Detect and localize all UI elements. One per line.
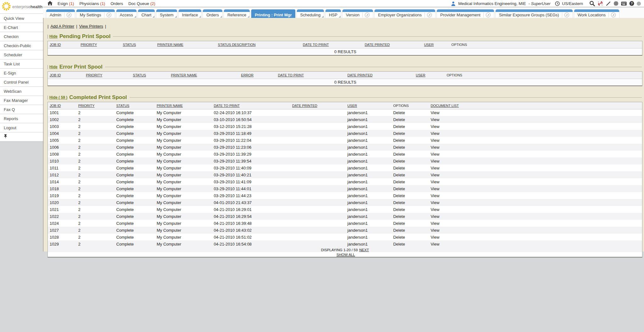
top-nav-link-orders[interactable]: Orders <box>110 1 123 6</box>
cell-options[interactable]: Delete <box>391 220 429 227</box>
tab-admin[interactable]: Admin↗ <box>46 9 75 18</box>
column-header-label[interactable]: PRIORITY <box>80 43 97 47</box>
column-header-label[interactable]: JOB ID <box>50 104 61 108</box>
column-header-label[interactable]: DATE PRINTED <box>347 73 373 77</box>
cell-document[interactable]: View <box>429 123 642 130</box>
cell-options[interactable]: Delete <box>391 227 429 234</box>
column-header-label[interactable]: ERROR <box>241 73 254 77</box>
external-link-icon[interactable]: ↗ <box>107 13 111 17</box>
cell-options[interactable]: Delete <box>391 164 429 171</box>
hide-error-spool-link[interactable]: Hide <box>49 65 58 69</box>
column-header-label[interactable]: PRINTER NAME <box>171 73 197 77</box>
top-nav-link-doc-queue[interactable]: Doc Queue(2) <box>128 1 155 6</box>
cell-document[interactable]: View <box>429 206 642 213</box>
column-header-label[interactable]: USER <box>424 43 434 47</box>
globe-icon[interactable] <box>613 1 619 6</box>
sidebar-item-quick-view[interactable]: Quick View <box>0 14 43 23</box>
cell-options[interactable]: Delete <box>391 213 429 220</box>
cell-options[interactable]: Delete <box>391 185 429 192</box>
tab-system[interactable]: System <box>156 9 177 18</box>
cell-options[interactable]: Delete <box>391 130 429 137</box>
hide-pending-spool-link[interactable]: Hide <box>49 34 58 39</box>
cell-options[interactable]: Delete <box>391 151 429 158</box>
sidebar-item-e-chart[interactable]: E-Chart <box>0 23 43 32</box>
column-header-label[interactable]: DATE TO PRINT <box>278 73 304 77</box>
cell-document[interactable]: View <box>429 130 642 137</box>
search-icon[interactable] <box>589 1 595 6</box>
cell-document[interactable]: View <box>429 144 642 151</box>
column-header-label[interactable]: PRIORITY <box>78 104 95 108</box>
cell-document[interactable]: View <box>429 213 642 220</box>
tab-access[interactable]: Access <box>116 9 137 18</box>
pin-icon[interactable] <box>4 132 7 141</box>
column-header-label[interactable]: PRINTER NAME <box>157 43 183 47</box>
sidebar-item-checkin-public[interactable]: Checkin-Public <box>0 41 43 50</box>
tab-scheduling[interactable]: Scheduling <box>297 9 324 18</box>
cell-options[interactable]: Delete <box>391 116 429 123</box>
top-nav-link-esign[interactable]: Esign(1) <box>58 1 74 6</box>
external-link-icon[interactable]: ↗ <box>67 13 71 17</box>
cell-document[interactable]: View <box>429 185 642 192</box>
cell-document[interactable]: View <box>429 158 642 164</box>
cell-options[interactable]: Delete <box>391 158 429 164</box>
hide-completed-spool-link[interactable]: Hide ( 59 ) <box>49 95 67 100</box>
tab-hsp[interactable]: HSP <box>325 9 341 18</box>
show-all-link[interactable]: SHOW ALL <box>336 253 355 257</box>
sidebar-item-scheduler[interactable]: Scheduler <box>0 50 43 59</box>
column-header-label[interactable]: USER <box>416 73 425 77</box>
external-link-icon[interactable]: ↗ <box>611 13 616 17</box>
external-link-icon[interactable]: ↗ <box>365 13 369 17</box>
tab-work-locations[interactable]: Work Locations↗ <box>574 9 619 18</box>
column-header-label[interactable]: STATUS <box>123 43 136 47</box>
cell-options[interactable]: Delete <box>391 199 429 206</box>
cell-document[interactable]: View <box>429 171 642 178</box>
tab-my-settings[interactable]: My Settings↗ <box>76 9 115 18</box>
home-icon[interactable] <box>47 1 53 6</box>
disconnect-icon[interactable] <box>597 1 603 6</box>
next-page-link[interactable]: NEXT <box>359 248 369 252</box>
cell-document[interactable]: View <box>429 199 642 206</box>
column-header-label[interactable]: DATE PRINTED <box>292 104 317 108</box>
view-printers-link[interactable]: View Printers <box>79 24 103 29</box>
cell-options[interactable]: Delete <box>391 123 429 130</box>
tab-orders[interactable]: Orders <box>203 9 223 18</box>
column-header-label[interactable]: PRINTER NAME <box>157 104 183 108</box>
sidebar-item-task-list[interactable]: Task List <box>0 59 43 69</box>
column-header-label[interactable]: DOCUMENT LIST <box>430 104 459 108</box>
external-link-icon[interactable]: ↗ <box>564 13 569 17</box>
cell-document[interactable]: View <box>429 116 642 123</box>
external-link-icon[interactable]: ↗ <box>427 13 432 17</box>
add-a-printer-link[interactable]: Add A Printer <box>50 24 74 29</box>
help-icon[interactable]: ? <box>629 1 634 6</box>
tab-version[interactable]: Version↗ <box>342 9 373 18</box>
sidebar-pin-row[interactable] <box>0 132 43 141</box>
cell-document[interactable]: View <box>429 151 642 158</box>
cell-options[interactable]: Delete <box>391 171 429 178</box>
sidebar-item-reports[interactable]: Reports <box>0 114 43 123</box>
top-nav-link-physicians[interactable]: Physicians(1) <box>79 1 105 6</box>
column-header-label[interactable]: DATE TO PRINT <box>303 43 329 47</box>
sidebar-item-e-sign[interactable]: E-Sign <box>0 69 43 78</box>
cell-document[interactable]: View <box>429 178 642 185</box>
cell-options[interactable]: Delete <box>391 137 429 144</box>
cell-options[interactable]: Delete <box>391 206 429 213</box>
cell-document[interactable]: View <box>429 137 642 144</box>
column-header-label[interactable]: STATUS DESCRIPTION <box>218 43 256 47</box>
cell-document[interactable]: View <box>429 220 642 227</box>
sidebar-item-fax-q[interactable]: Fax Q <box>0 105 43 114</box>
sidebar-item-fax-manager[interactable]: Fax Manager <box>0 96 43 105</box>
cell-document[interactable]: View <box>429 109 642 116</box>
tab-similar-exposure-groups-segs[interactable]: Similar Exposure Groups (SEGs)↗ <box>495 9 573 18</box>
column-header-label[interactable]: STATUS <box>116 104 130 108</box>
cell-options[interactable]: Delete <box>391 234 429 241</box>
cell-document[interactable]: View <box>429 164 642 171</box>
cell-document[interactable]: View <box>429 227 642 234</box>
cell-document[interactable]: View <box>429 192 642 199</box>
cell-document[interactable]: View <box>429 234 642 241</box>
column-header-label[interactable]: DATE PRINTED <box>365 43 390 47</box>
sidebar-item-checkin[interactable]: Checkin <box>0 32 43 41</box>
tab-employer-organizations[interactable]: Employer Organizations↗ <box>374 9 436 18</box>
column-header-label[interactable]: STATUS <box>133 73 146 77</box>
cell-document[interactable]: View <box>429 241 642 247</box>
tab-reference[interactable]: Reference <box>224 9 250 18</box>
